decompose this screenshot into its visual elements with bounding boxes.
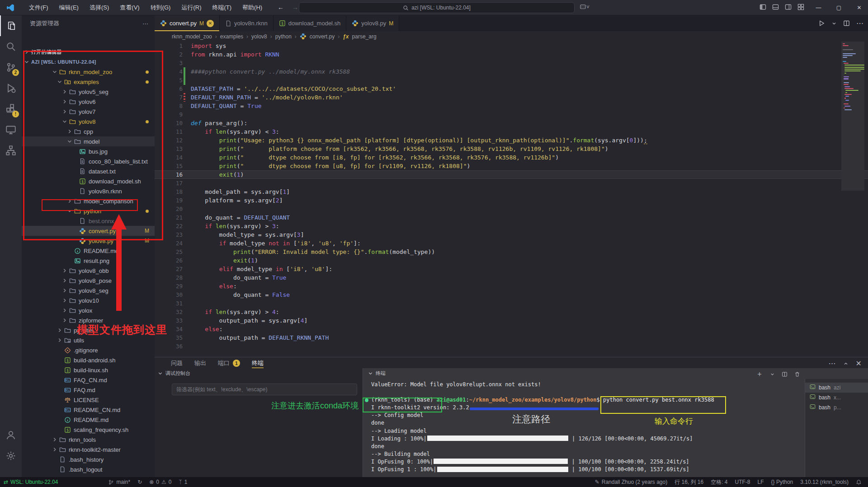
maximize-button[interactable]: ▢ xyxy=(829,0,849,15)
code-line-11[interactable]: 11 if len(sys.argv) < 3: xyxy=(155,127,868,136)
menu-item-1[interactable]: 编辑(E) xyxy=(55,2,83,13)
menu-item-4[interactable]: 转到(G) xyxy=(146,2,175,13)
activity-source-control[interactable]: 2 xyxy=(0,57,22,78)
chevron-down-icon[interactable] xyxy=(831,21,837,26)
tree-item-zipformer[interactable]: zipformer xyxy=(22,315,155,325)
status-right-7[interactable] xyxy=(852,477,865,487)
menu-item-0[interactable]: 文件(F) xyxy=(24,2,53,13)
debug-filter-input[interactable]: 筛选器(例如 text、!exclude、\escape) xyxy=(172,384,357,395)
panel-close-icon[interactable]: ✕ xyxy=(856,359,862,368)
chevron-down-icon[interactable] xyxy=(157,370,163,376)
chevron-down-icon[interactable] xyxy=(770,370,775,379)
tree-item-.gitignore[interactable]: .gitignore xyxy=(22,345,155,355)
menu-item-3[interactable]: 查看(V) xyxy=(115,2,144,13)
code-line-22[interactable]: 22 if len(sys.argv) > 3: xyxy=(155,222,868,230)
more-actions-icon[interactable]: ⋯ xyxy=(856,19,863,28)
tree-item-utils[interactable]: utils xyxy=(22,335,155,345)
tree-item-py_utils[interactable]: py_utils xyxy=(22,325,155,335)
activity-explorer[interactable] xyxy=(0,15,22,36)
code-line-6[interactable]: 6DATASET_PATH = '../../../datasets/COCO/… xyxy=(155,84,868,93)
code-line-8[interactable]: 8DEFAULT_QUANT = True xyxy=(155,102,868,110)
panel-maximize-icon[interactable] xyxy=(843,359,849,368)
terminal-instance-0[interactable]: bashazi xyxy=(805,383,868,393)
code-line-33[interactable]: 33 output_path = sys.argv[4] xyxy=(155,316,868,325)
breadcrumb-item-parse_arg[interactable]: parse_arg xyxy=(352,33,377,40)
tree-item-best.onnx[interactable]: best.onnx xyxy=(22,216,155,226)
code-line-17[interactable]: 17 xyxy=(155,179,868,187)
tree-item-FAQ.md[interactable]: M↓FAQ.md xyxy=(22,385,155,395)
tree-item-rknn_tools[interactable]: rknn_tools xyxy=(22,435,155,445)
back-arrow-icon[interactable]: ← xyxy=(278,4,284,11)
menu-item-7[interactable]: 帮助(H) xyxy=(238,2,267,13)
status-left-3[interactable]: ⊗0⚠0 xyxy=(146,477,175,487)
tab-close-icon[interactable]: ✕ xyxy=(207,20,214,27)
activity-accounts[interactable] xyxy=(0,425,22,445)
tree-item-README_CN.md[interactable]: M↓README_CN.md xyxy=(22,405,155,415)
breadcrumb-item-convert.py[interactable]: convert.py xyxy=(310,33,335,40)
status-left-1[interactable]: main* xyxy=(104,477,134,487)
status-right-2[interactable]: 空格: 4 xyxy=(707,477,731,487)
tree-item-yolov8_seg[interactable]: yolov8_seg xyxy=(22,286,155,295)
activity-org[interactable] xyxy=(0,140,22,161)
code-line-24[interactable]: 24 if model_type not in ['i8', 'u8', 'fp… xyxy=(155,239,868,248)
chevron-down-icon[interactable] xyxy=(368,370,373,376)
code-line-36[interactable]: 36 xyxy=(155,342,868,351)
activity-remote-explorer[interactable] xyxy=(0,119,22,140)
code-line-14[interactable]: 14 print(" dtype choose from [i8, fp] fo… xyxy=(155,153,868,162)
terminal-instance-1[interactable]: bashx... xyxy=(805,393,868,403)
workspace-root[interactable]: AZI [WSL: UBUNTU-22.04] xyxy=(22,57,155,67)
tree-item-yolox[interactable]: yolox xyxy=(22,305,155,315)
status-right-3[interactable]: UTF-8 xyxy=(731,477,754,487)
tree-item-result.png[interactable]: result.png xyxy=(22,256,155,266)
panel-tab-端口[interactable]: 端口1 xyxy=(218,358,240,368)
code-line-31[interactable]: 31 xyxy=(155,299,868,308)
tree-item-python[interactable]: python xyxy=(22,206,155,216)
activity-run-debug[interactable] xyxy=(0,78,22,98)
code-line-15[interactable]: 15 print(" dtype choose from [u8, fp] fo… xyxy=(155,162,868,170)
code-line-34[interactable]: 34 else: xyxy=(155,325,868,333)
tree-item-yolov6[interactable]: yolov6 xyxy=(22,97,155,107)
code-line-3[interactable]: 3 xyxy=(155,59,868,67)
tree-item-yolov8n.rknn[interactable]: yolov8n.rknn xyxy=(22,186,155,196)
minimize-button[interactable]: — xyxy=(808,0,829,15)
menu-item-6[interactable]: 终端(T) xyxy=(208,2,236,13)
tree-item-README.md[interactable]: README.md xyxy=(22,246,155,256)
tree-item-yolov8_pose[interactable]: yolov8_pose xyxy=(22,276,155,286)
customize-layout-icon[interactable] xyxy=(797,4,804,10)
open-editors-section[interactable]: 打开的编辑器 xyxy=(22,47,155,57)
breadcrumb-item-rknn_model_zoo[interactable]: rknn_model_zoo xyxy=(172,33,212,40)
close-button[interactable]: ✕ xyxy=(849,0,868,15)
tree-item-model[interactable]: model xyxy=(22,136,155,146)
tree-item-dataset.txt[interactable]: dataset.txt xyxy=(22,166,155,176)
terminal-instance-2[interactable]: bashp... xyxy=(805,403,868,412)
tree-item-coco_80_labels_list.txt[interactable]: coco_80_labels_list.txt xyxy=(22,156,155,166)
tree-item-model_comparison[interactable]: model_comparison xyxy=(22,196,155,206)
code-line-5[interactable]: 5 xyxy=(155,76,868,84)
toggle-secondary-sidebar-icon[interactable] xyxy=(785,4,792,10)
code-line-19[interactable]: 19 platform = sys.argv[2] xyxy=(155,196,868,205)
tree-item-yolov7[interactable]: yolov7 xyxy=(22,107,155,117)
new-terminal-icon[interactable]: ＋ xyxy=(756,370,763,379)
code-line-32[interactable]: 32 if len(sys.argv) > 4: xyxy=(155,308,868,316)
split-terminal-icon[interactable] xyxy=(782,370,788,379)
status-right-1[interactable]: 行 16, 列 16 xyxy=(671,477,707,487)
tree-item-scaling_frequency.sh[interactable]: $scaling_frequency.sh xyxy=(22,425,155,435)
forward-arrow-icon[interactable]: → xyxy=(292,4,298,11)
code-line-29[interactable]: 29 else: xyxy=(155,282,868,290)
minimap[interactable] xyxy=(841,42,864,357)
status-left-0[interactable]: ⇄WSL: Ubuntu-22.04 xyxy=(0,477,61,487)
code-line-20[interactable]: 20 xyxy=(155,205,868,213)
status-right-6[interactable]: 3.10.12 (rknn_tools) xyxy=(797,477,852,487)
tree-item-rknn-toolkit2-master[interactable]: rknn-toolkit2-master xyxy=(22,445,155,454)
status-left-4[interactable]: ᛉ1 xyxy=(175,477,191,487)
activity-settings[interactable] xyxy=(0,445,22,466)
menu-item-5[interactable]: 运行(R) xyxy=(177,2,206,13)
code-line-10[interactable]: 10def parse_arg(): xyxy=(155,119,868,127)
breadcrumb-item-yolov8[interactable]: yolov8 xyxy=(251,33,267,40)
panel-tab-输出[interactable]: 输出 xyxy=(194,358,206,368)
code-area[interactable]: 1import sys2from rknn.api import RKNN34#… xyxy=(155,42,868,357)
tree-item-bus.jpg[interactable]: bus.jpg xyxy=(22,146,155,156)
code-line-27[interactable]: 27 elif model_type in ['i8', 'u8']: xyxy=(155,265,868,273)
tree-item-LICENSE[interactable]: LICENSE xyxy=(22,395,155,405)
split-editor-icon[interactable] xyxy=(843,20,850,27)
